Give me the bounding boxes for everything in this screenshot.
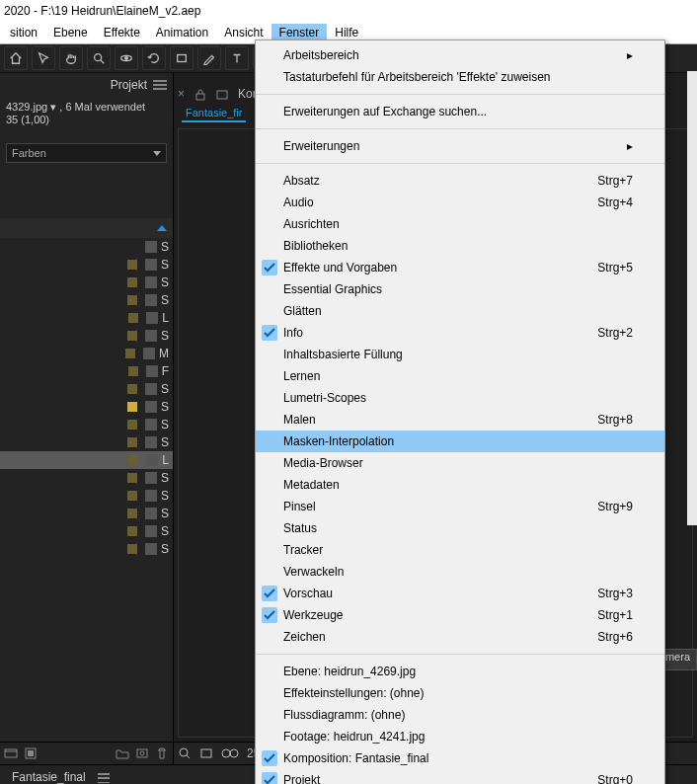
lock-icon[interactable]: [194, 89, 206, 101]
menu-item[interactable]: Essential Graphics: [256, 278, 664, 300]
menu-item[interactable]: PinselStrg+9: [256, 496, 664, 517]
menu-item[interactable]: Komposition: Fantasie_final: [256, 747, 664, 769]
home-icon[interactable]: [4, 46, 28, 70]
project-search[interactable]: [0, 218, 173, 238]
item-label: S: [161, 258, 169, 272]
rotate-tool-icon[interactable]: [142, 46, 166, 70]
menu-item[interactable]: WerkzeugeStrg+1: [256, 604, 664, 626]
menu-item[interactable]: Lumetri-Scopes: [256, 387, 664, 409]
menu-item[interactable]: InfoStrg+2: [256, 322, 664, 344]
menu-item[interactable]: Footage: heidrun_4241.jpg: [256, 726, 664, 747]
menu-item[interactable]: Status: [256, 517, 664, 539]
project-footer: [0, 742, 173, 764]
menu-item[interactable]: VorschauStrg+3: [256, 583, 664, 604]
menu-effekte[interactable]: Effekte: [96, 24, 148, 41]
label-swatch: [127, 491, 137, 501]
shortcut-label: Strg+1: [597, 608, 641, 622]
active-comp-tab[interactable]: Fantasie_fir: [182, 105, 246, 122]
close-icon[interactable]: ×: [178, 87, 185, 101]
menu-item[interactable]: Ausrichten: [256, 213, 664, 235]
project-item[interactable]: F: [0, 362, 173, 380]
timeline-tab[interactable]: Fantasie_final: [8, 768, 90, 784]
type-tool-icon[interactable]: [225, 46, 249, 70]
panel-menu-icon[interactable]: [153, 80, 167, 90]
project-item[interactable]: S: [0, 380, 173, 398]
project-list: S SSSLSMFSSSSLSSSSS: [0, 238, 173, 742]
menu-item[interactable]: ZeichenStrg+6: [256, 626, 664, 648]
project-item[interactable]: L: [0, 309, 173, 327]
menu-item-label: Flussdiagramm: (ohne): [283, 708, 641, 722]
project-item[interactable]: M: [0, 345, 173, 362]
project-item[interactable]: S: [0, 327, 173, 345]
hand-tool-icon[interactable]: [59, 46, 83, 70]
label-swatch: [128, 313, 138, 323]
orbit-tool-icon[interactable]: [115, 46, 138, 70]
sort-arrow-icon[interactable]: [157, 225, 167, 231]
res-icon[interactable]: [199, 746, 213, 760]
shortcut-label: Strg+0: [597, 773, 641, 784]
project-panel: Projekt 4329.jpg ▾ , 6 Mal verwendet 35 …: [0, 73, 174, 764]
menu-item[interactable]: MalenStrg+8: [256, 409, 664, 431]
check-icon: [256, 749, 283, 767]
zoom-tool-icon[interactable]: [87, 46, 111, 70]
menu-item-label: Lumetri-Scopes: [283, 391, 641, 405]
label-swatch: [125, 349, 135, 358]
label-dropdown[interactable]: Farben: [6, 143, 167, 163]
menu-item[interactable]: Erweiterungen auf Exchange suchen...: [256, 101, 664, 122]
menu-sition[interactable]: sition: [2, 24, 45, 41]
project-item[interactable]: S: [0, 291, 173, 309]
label-swatch: [127, 402, 137, 412]
menu-item[interactable]: AbsatzStrg+7: [256, 170, 664, 192]
project-item[interactable]: S: [0, 433, 173, 451]
menu-item[interactable]: Erweiterungen▸: [256, 135, 664, 157]
project-item[interactable]: S: [0, 469, 173, 487]
project-item[interactable]: S: [0, 398, 173, 416]
panel-edge: [687, 71, 697, 525]
project-tab[interactable]: Projekt: [111, 78, 147, 92]
column-icon: [145, 241, 157, 253]
new-comp-icon[interactable]: [135, 746, 149, 760]
svg-rect-10: [217, 91, 227, 99]
menu-item[interactable]: Glätten: [256, 300, 664, 322]
menu-item[interactable]: Flussdiagramm: (ohne): [256, 704, 664, 726]
menu-item[interactable]: Inhaltsbasierte Füllung: [256, 344, 664, 365]
menu-item[interactable]: Lernen: [256, 365, 664, 387]
filetype-icon: [145, 259, 157, 271]
mask-vis-icon[interactable]: [221, 747, 239, 759]
menu-item[interactable]: Tracker: [256, 539, 664, 561]
interpret-icon[interactable]: [4, 746, 18, 760]
list-header[interactable]: S: [0, 238, 173, 256]
menu-item[interactable]: Masken-Interpolation: [256, 431, 664, 452]
trash-icon[interactable]: [155, 746, 169, 760]
folder-icon[interactable]: [116, 746, 129, 760]
menu-item[interactable]: Arbeitsbereich▸: [256, 44, 664, 66]
project-item[interactable]: S: [0, 256, 173, 274]
project-item[interactable]: S: [0, 487, 173, 505]
selection-tool-icon[interactable]: [32, 46, 55, 70]
menu-item[interactable]: Effekteinstellungen: (ohne): [256, 682, 664, 704]
project-item[interactable]: S: [0, 540, 173, 558]
menu-item[interactable]: Tastaturbefehl für Arbeitsbereich 'Effek…: [256, 66, 664, 88]
project-item[interactable]: S: [0, 505, 173, 522]
pen-tool-icon[interactable]: [197, 46, 221, 70]
project-item[interactable]: L: [0, 451, 173, 469]
menu-item[interactable]: Verwackeln: [256, 561, 664, 583]
menu-animation[interactable]: Animation: [148, 24, 216, 41]
rect-tool-icon[interactable]: [170, 46, 194, 70]
menu-item[interactable]: AudioStrg+4: [256, 192, 664, 213]
filetype-icon: [145, 294, 157, 306]
menu-item-label: Audio: [283, 196, 597, 209]
bpc-icon[interactable]: [24, 746, 38, 760]
panel-menu-icon[interactable]: [98, 773, 110, 783]
menu-item[interactable]: Bibliotheken: [256, 235, 664, 257]
menu-item[interactable]: Metadaten: [256, 474, 664, 496]
menu-item[interactable]: Ebene: heidrun_4269.jpg: [256, 661, 664, 682]
menu-ebene[interactable]: Ebene: [45, 24, 96, 41]
magnify-icon[interactable]: [178, 746, 192, 760]
menu-item[interactable]: Media-Browser: [256, 452, 664, 474]
menu-item[interactable]: Effekte und VorgabenStrg+5: [256, 257, 664, 278]
project-item[interactable]: S: [0, 416, 173, 433]
menu-item[interactable]: ProjektStrg+0: [256, 769, 664, 784]
project-item[interactable]: S: [0, 274, 173, 291]
project-item[interactable]: S: [0, 522, 173, 540]
